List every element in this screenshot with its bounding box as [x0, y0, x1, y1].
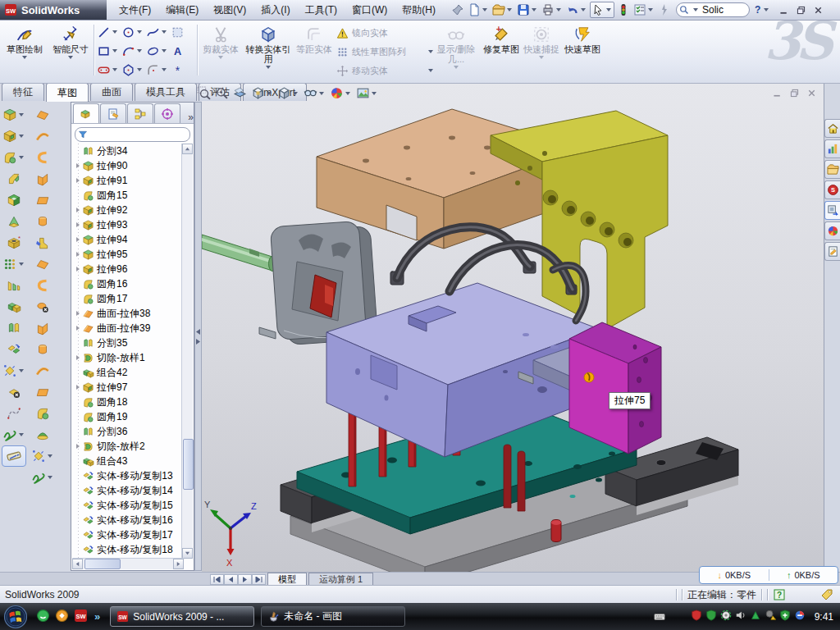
expander-icon[interactable] [73, 385, 82, 390]
tree-item[interactable]: 组合42 [73, 365, 182, 380]
quicklaunch-solidworks-small-button[interactable]: SW [74, 609, 88, 625]
tree-item[interactable]: 圆角16 [73, 276, 182, 291]
tree-item[interactable]: 实体-移动/复制13 [73, 468, 182, 483]
sketch-slot-button[interactable] [97, 62, 119, 78]
panel-dimx-tab[interactable] [154, 103, 180, 123]
tab-草图[interactable]: 草图 [46, 83, 89, 102]
menu-item-3[interactable]: 插入(I) [253, 1, 297, 20]
tree-item[interactable]: 分割34 [73, 144, 182, 158]
tray-satellite-warning[interactable] [765, 609, 776, 623]
menu-item-6[interactable]: 帮助(H) [395, 1, 443, 20]
wrap-button[interactable] [2, 424, 26, 445]
part-red-cylinder[interactable] [551, 520, 561, 542]
dome-button[interactable] [30, 424, 55, 445]
expander-icon[interactable] [73, 355, 82, 360]
tray-signal[interactable] [750, 609, 761, 623]
tab-模具工具[interactable]: 模具工具 [135, 83, 197, 101]
doc-tab-model[interactable]: 模型 [267, 573, 307, 586]
curve-button[interactable] [2, 403, 26, 424]
surf-b-button[interactable] [30, 126, 55, 147]
taskpane-vault-tab[interactable]: S [824, 180, 840, 199]
tab-first-button[interactable] [210, 574, 224, 585]
surf-e-button[interactable] [30, 189, 55, 211]
quick-tips-icon[interactable]: ? [773, 588, 786, 601]
fillet2-button[interactable] [30, 403, 55, 424]
cmd-repair-button[interactable]: +修复草图 [482, 21, 520, 80]
tree-item[interactable]: 实体-移动/复制18 [73, 542, 182, 557]
surf-c-button[interactable] [30, 147, 55, 168]
expander-icon[interactable] [73, 311, 82, 316]
menu-item-1[interactable]: 编辑(E) [158, 1, 206, 20]
vertical-scroll-thumb[interactable] [183, 439, 194, 490]
section-view-button[interactable] [232, 85, 248, 101]
menu-item-4[interactable]: 工具(T) [298, 1, 345, 20]
move-copy-button[interactable] [2, 339, 26, 360]
viewport-canvas[interactable]: Y Z X [202, 101, 824, 572]
expander-icon[interactable] [73, 178, 82, 183]
expander-icon[interactable] [73, 222, 82, 227]
search-dropdown-icon[interactable] [693, 8, 698, 11]
new-doc-button[interactable] [467, 2, 490, 17]
tree-item[interactable]: 拉伸92 [73, 203, 182, 217]
sketch-select-box-button[interactable] [171, 24, 185, 40]
expander-icon[interactable] [73, 163, 82, 168]
options-list-button[interactable] [632, 2, 655, 17]
horizontal-scroll-thumb[interactable] [84, 559, 121, 569]
surf-a2-button[interactable] [30, 253, 55, 275]
panel-ftree-tab[interactable] [73, 103, 99, 123]
surf-b2-button[interactable] [30, 360, 55, 381]
tree-item[interactable]: 圆角15 [73, 188, 182, 203]
sketch-text-button[interactable]: A [171, 43, 185, 59]
restore-button[interactable] [793, 3, 809, 17]
start-button[interactable] [3, 605, 28, 629]
sparkle-button[interactable] [2, 360, 26, 381]
taskpane-sphere-tab[interactable] [824, 221, 840, 240]
display-style-button[interactable] [276, 85, 300, 101]
part-magenta-block[interactable] [569, 322, 661, 454]
tree-filter-input[interactable] [75, 127, 190, 142]
tags-icon[interactable] [820, 588, 833, 601]
combine-button[interactable] [2, 296, 26, 317]
sketch-polygon-button[interactable] [121, 62, 144, 78]
tray-volume[interactable] [735, 609, 746, 623]
delete-face-button[interactable] [30, 296, 55, 317]
undo-button[interactable] [565, 2, 588, 17]
search-input[interactable]: Solic [676, 2, 750, 17]
tray-sync-ball[interactable] [794, 609, 806, 623]
panel-prop-tab[interactable] [100, 103, 126, 123]
tree-item[interactable]: 实体-移动/复制16 [73, 513, 182, 527]
expander-icon[interactable] [73, 252, 82, 257]
tools-more-button[interactable] [657, 2, 672, 17]
help-dropdown-icon[interactable] [764, 8, 769, 11]
tray-shield-green[interactable] [705, 609, 717, 623]
graphics-viewport[interactable]: Y Z X 拉伸75 [202, 83, 824, 572]
tab-曲面[interactable]: 曲面 [90, 83, 133, 101]
quicklaunch-launcher-button[interactable] [55, 609, 69, 625]
save-button[interactable] [516, 2, 539, 17]
cmd-smart-dim-button[interactable]: 智能尺寸 [49, 21, 92, 80]
tree-item[interactable]: 实体-移动/复制17 [73, 527, 182, 542]
surf-a-button[interactable] [30, 104, 55, 126]
expander-icon[interactable] [73, 208, 82, 212]
taskpane-home-tab[interactable] [824, 119, 840, 138]
tab-特征[interactable]: 特征 [2, 83, 44, 101]
tree-item[interactable]: 拉伸97 [73, 380, 182, 395]
cmd-rapid-button[interactable]: 快速草图 [563, 21, 602, 80]
appearance-button[interactable] [329, 85, 353, 101]
tree-item[interactable]: 圆角17 [73, 291, 182, 306]
expander-icon[interactable] [73, 326, 82, 331]
tree-item[interactable]: 分割35 [73, 336, 182, 350]
expander-icon[interactable] [73, 444, 82, 449]
cmd-convert-button[interactable]: 转换实体引用 [244, 21, 292, 80]
sketch-sketch-fillet-button[interactable] [146, 62, 168, 78]
tray-shield-red[interactable] [691, 609, 702, 623]
surf-f2-button[interactable] [30, 339, 55, 360]
quick-launch-overflow[interactable]: » [91, 610, 103, 623]
tray-shield-plus[interactable] [779, 609, 791, 623]
tree-item[interactable]: 拉伸95 [73, 247, 182, 262]
scroll-up-button[interactable] [182, 144, 193, 154]
tree-item[interactable]: 组合43 [73, 454, 182, 468]
expander-icon[interactable] [73, 237, 82, 242]
help-button[interactable]: ? [754, 3, 761, 16]
select-cursor-button[interactable] [590, 2, 614, 18]
